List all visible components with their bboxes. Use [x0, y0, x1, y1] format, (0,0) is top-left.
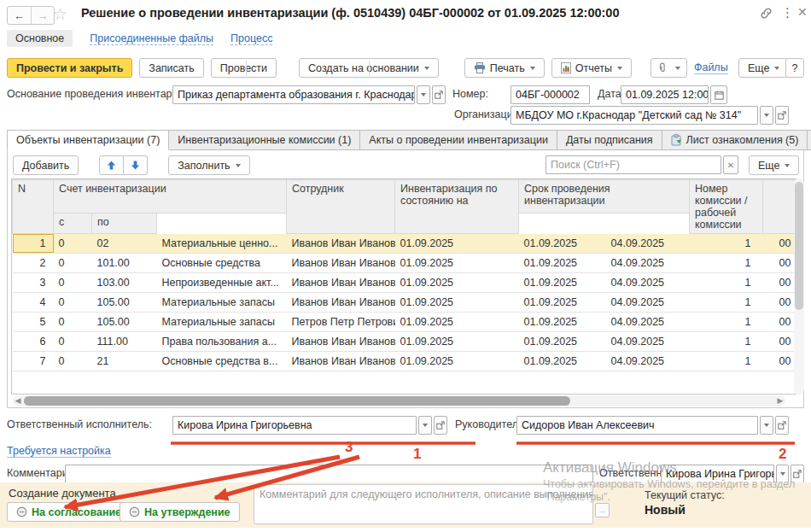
col-account[interactable]: Счет инвентаризации	[54, 180, 287, 213]
col-from[interactable]: с	[54, 213, 92, 234]
send-to-approval-button[interactable]: На согласование	[7, 502, 131, 522]
executor-input[interactable]: Кирова Ирина Григорьевна	[172, 416, 417, 435]
col-employee[interactable]: Сотрудник	[287, 180, 395, 234]
tab-acts[interactable]: Акты о проведении инвентаризации	[360, 130, 557, 150]
col-n[interactable]: N	[13, 180, 54, 234]
table-more-button[interactable]: Еще	[749, 155, 799, 175]
fill-button[interactable]: Заполнить	[168, 155, 249, 175]
horizontal-scrollbar[interactable]: ◀ ▶	[13, 395, 785, 406]
chevron-down-icon	[780, 472, 785, 476]
number-label: Номер:	[452, 88, 488, 100]
chevron-down-icon	[423, 424, 428, 427]
date-calendar-button[interactable]	[710, 85, 727, 104]
post-button[interactable]: Провести	[211, 58, 277, 78]
manager-input[interactable]: Сидоров Иван Алексеевич	[516, 416, 758, 435]
save-button[interactable]: Записать	[139, 58, 203, 78]
organization-field: МБДОУ МО г.Краснодар "Детский сад № 314"	[511, 106, 789, 125]
attachments-button[interactable]	[651, 58, 687, 78]
responsible-field: Кирова Ирина Григорьевн	[661, 465, 804, 483]
col-period[interactable]: Срок проведения инвентаризации	[519, 180, 690, 213]
calendar-icon	[715, 91, 724, 100]
tab-familiarization[interactable]: Лист ознакомления (5)	[662, 130, 808, 150]
nav-tabs: Основное Присоединенные файлы Процесс	[7, 29, 272, 48]
responsible-input[interactable]: Кирова Ирина Григорьевн	[661, 465, 774, 483]
tab-sign-dates[interactable]: Даты подписания	[557, 130, 662, 150]
number-input[interactable]: 04БГ-000002	[511, 85, 590, 104]
copy-link-icon[interactable]	[760, 7, 773, 22]
scroll-left-arrow-icon[interactable]: ◀	[13, 395, 23, 406]
table-row[interactable]: 60111.00Права пользования а...Иванов Ива…	[13, 332, 796, 352]
annotation-number-2: 2	[779, 446, 786, 462]
comment-input[interactable]	[65, 465, 593, 483]
table-row[interactable]: 7021Основные средства в...Иванов Иван Ив…	[13, 352, 796, 371]
executor-open-button[interactable]	[434, 416, 447, 435]
table-row[interactable]: 50105.00Материальные запасыПетров Петр П…	[13, 313, 796, 332]
responsible-dropdown-button[interactable]	[776, 465, 789, 483]
responsible-open-button[interactable]	[791, 465, 804, 483]
basis-dropdown-button[interactable]	[417, 85, 430, 104]
nav-tab-attached-files[interactable]: Присоединенные файлы	[90, 32, 213, 45]
col-to[interactable]: по	[92, 213, 157, 234]
search-clear-button[interactable]: ✕	[723, 155, 738, 174]
basis-input[interactable]: Приказ департамента образования г. Красн…	[172, 85, 415, 104]
forward-button[interactable]: →	[31, 7, 54, 24]
date-input[interactable]: 01.09.2025 12:00:00	[621, 85, 709, 104]
favorite-star-icon[interactable]: ☆	[53, 4, 67, 24]
manager-open-button[interactable]	[775, 416, 789, 435]
down-arrow-icon	[131, 161, 140, 170]
nav-tab-process[interactable]: Процесс	[230, 32, 272, 45]
inventory-table: N Счет инвентаризации Сотрудник Инвентар…	[11, 178, 796, 395]
chevron-down-icon	[236, 164, 241, 167]
tab-approval-sheet[interactable]: Лист согласования	[808, 130, 811, 150]
print-button[interactable]: Печать	[464, 58, 545, 78]
close-icon: ✕	[727, 161, 734, 170]
expand-comment-button[interactable]: …	[595, 503, 610, 517]
move-up-button[interactable]	[99, 155, 124, 175]
up-arrow-icon	[107, 161, 116, 170]
chevron-down-icon	[785, 164, 790, 167]
chevron-down-icon	[421, 93, 426, 96]
send-to-confirmation-button[interactable]: На утверждение	[120, 502, 240, 522]
add-row-button[interactable]: Добавить	[13, 155, 79, 175]
close-icon[interactable]: ✕	[797, 5, 808, 19]
current-status-value: Новый	[645, 503, 686, 517]
basis-open-button[interactable]	[432, 85, 446, 104]
manager-dropdown-button[interactable]	[760, 416, 773, 435]
more-menu-icon[interactable]: ⋮	[781, 5, 794, 20]
col-commission[interactable]: Номер комиссии / рабочей комиссии	[690, 180, 763, 234]
vertical-scrollbar-thumb[interactable]	[795, 182, 803, 310]
executor-dropdown-button[interactable]	[418, 416, 432, 435]
search-input[interactable]: Поиск (Ctrl+F)	[546, 155, 721, 174]
toolbar-more-button[interactable]: Еще	[738, 58, 789, 78]
table-row[interactable]: 1002Материальные ценно...Иванов Иван Ива…	[13, 234, 796, 254]
scroll-right-arrow-icon[interactable]: ▶	[775, 395, 785, 406]
table-row[interactable]: 40105.00Материальные запасыИванов Иван И…	[13, 293, 796, 313]
task-comment-input[interactable]: Комментарий для следующего исполнителя, …	[254, 484, 593, 524]
chevron-down-icon	[617, 67, 622, 70]
reports-button[interactable]: Отчеты	[551, 58, 632, 78]
files-link[interactable]: Файлы	[694, 61, 728, 74]
organization-dropdown-button[interactable]	[760, 106, 773, 125]
help-button[interactable]: ?	[785, 58, 804, 78]
table-row[interactable]: 20101.00Основные средстваИванов Иван Ива…	[13, 254, 796, 273]
tab-commissions[interactable]: Инвентаризационные комиссии (1)	[169, 130, 360, 150]
nav-tab-main[interactable]: Основное	[7, 30, 73, 47]
page-title: Решение о проведении инвентаризации (ф. …	[81, 6, 619, 20]
tab-inventory-objects[interactable]: Объекты инвентаризации (7)	[7, 130, 169, 150]
table-row[interactable]: 30103.00Непроизведенные акт...Иванов Ива…	[13, 273, 796, 293]
organization-input[interactable]: МБДОУ МО г.Краснодар "Детский сад № 314"	[511, 106, 758, 125]
command-toolbar: Провести и закрыть Записать Провести Соз…	[7, 58, 728, 78]
table-toolbar: Добавить Заполнить	[13, 155, 250, 175]
vertical-scrollbar[interactable]	[794, 178, 804, 395]
page-tabs: Объекты инвентаризации (7) Инвентаризаци…	[7, 130, 811, 150]
open-form-icon	[778, 111, 786, 120]
clipboard-icon	[671, 134, 682, 146]
settings-required-link[interactable]: Требуется настройка	[7, 445, 111, 458]
organization-open-button[interactable]	[775, 106, 789, 125]
back-button[interactable]: ←	[8, 7, 31, 24]
horizontal-scrollbar-thumb[interactable]	[24, 396, 570, 406]
history-nav: ← →	[7, 6, 55, 25]
col-as-of[interactable]: Инвентаризация по состоянию на	[395, 180, 519, 234]
move-down-button[interactable]	[124, 155, 148, 175]
post-and-close-button[interactable]: Провести и закрыть	[7, 58, 132, 78]
